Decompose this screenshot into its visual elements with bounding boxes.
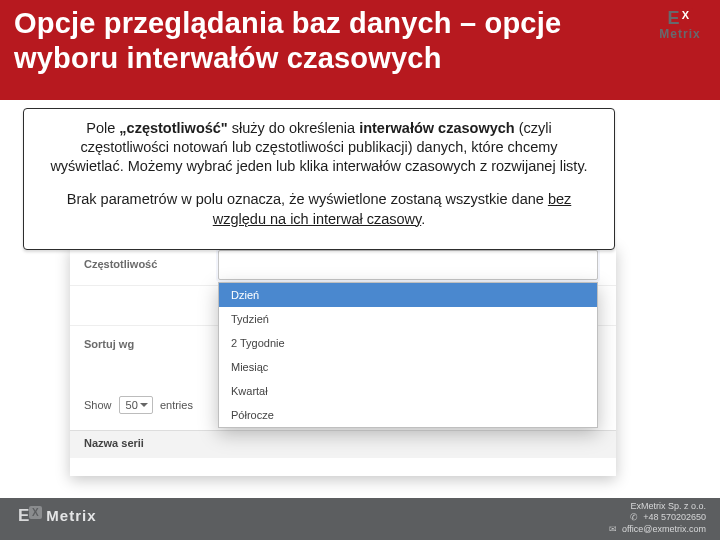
column-series-name: Nazwa serii [84,437,144,449]
slide-title: Opcje przeglądania baz danych – opcje wy… [14,6,594,76]
brand-x-badge: X [679,8,693,22]
frequency-option-quarter[interactable]: Kwartał [219,379,597,403]
table-header-row: Nazwa serii [70,430,616,458]
frequency-option-week[interactable]: Tydzień [219,307,597,331]
app-screenshot: ones industrial average indexes Częstotl… [70,246,616,476]
slide-header: Opcje przeglądania baz danych – opcje wy… [0,0,720,100]
frequency-select[interactable] [218,250,598,280]
frequency-option-2weeks[interactable]: 2 Tygodnie [219,331,597,355]
footer-phone: +48 570202650 [643,512,706,522]
text-fragment: . [421,211,425,227]
brand-e: E [667,8,680,29]
frequency-option-month[interactable]: Miesiąc [219,355,597,379]
frequency-row: Częstotliwość Dzień Tydzień 2 Tygodnie M… [70,246,616,286]
explanation-paragraph-1: Pole „częstotliwość" służy do określenia… [42,119,596,176]
slide-footer: EXMetrix ExMetrix Sp. z o.o. ✆+48 570202… [0,498,720,540]
frequency-dropdown[interactable]: Dzień Tydzień 2 Tygodnie Miesiąc Kwartał… [218,282,598,428]
text-fragment: Brak parametrów w polu oznacza, że wyświ… [67,191,548,207]
entries-value: 50 [126,399,138,411]
text-fragment: służy do określenia [228,120,359,136]
text-fragment: Pole [86,120,119,136]
slide: Opcje przeglądania baz danych – opcje wy… [0,0,720,540]
footer-brand-m: Metrix [46,507,96,524]
footer-email: office@exmetrix.com [622,524,706,534]
term-intervals: interwałów czasowych [359,120,515,136]
sort-label: Sortuj wg [84,338,134,350]
footer-contact: ExMetrix Sp. z o.o. ✆+48 570202650 ✉offi… [608,501,706,535]
brand-logo-top: EX Metrix [650,8,710,41]
term-frequency: „częstotliwość" [119,120,227,136]
brand-sub: Metrix [650,27,710,41]
frequency-label: Częstotliwość [84,258,157,270]
mail-icon: ✉ [608,524,618,535]
entries-label: entries [160,399,193,411]
footer-brand-x: X [29,506,42,519]
phone-icon: ✆ [629,512,639,523]
frequency-option-halfyear[interactable]: Półrocze [219,403,597,427]
entries-select[interactable]: 50 [119,396,153,414]
explanation-paragraph-2: Brak parametrów w polu oznacza, że wyświ… [42,190,596,228]
footer-logo: EXMetrix [18,506,97,526]
frequency-option-day[interactable]: Dzień [219,283,597,307]
footer-company: ExMetrix Sp. z o.o. [608,501,706,512]
pagination-length: Show 50 entries [84,396,193,414]
explanation-callout: Pole „częstotliwość" służy do określenia… [23,108,615,250]
show-label: Show [84,399,112,411]
